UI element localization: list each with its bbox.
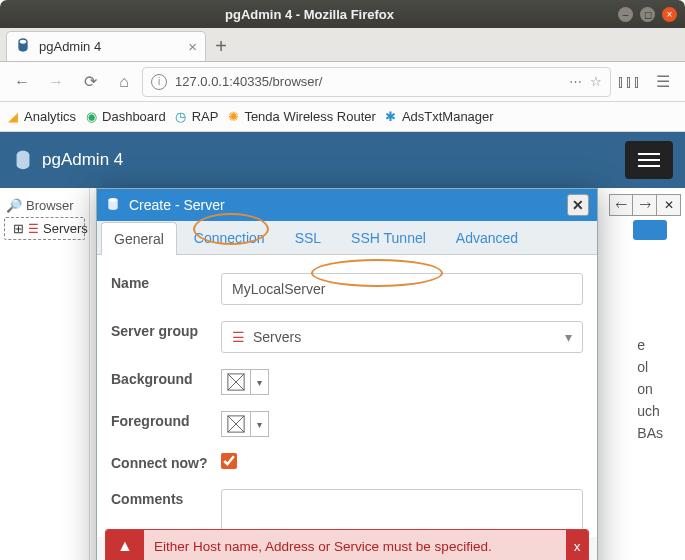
no-color-icon [227, 415, 245, 433]
tab-ssl[interactable]: SSL [282, 221, 334, 254]
alert-close-button[interactable]: x [566, 530, 588, 560]
dashboard-icon: ◉ [84, 110, 98, 124]
background-text-fragment: e ol on uch BAs [637, 334, 663, 444]
validation-alert: ▲ Either Host name, Address or Service m… [105, 529, 589, 560]
nav-reload-button[interactable]: ⟳ [74, 67, 106, 97]
label-name: Name [111, 273, 221, 293]
label-connect-now: Connect now? [111, 453, 221, 473]
bookmark-analytics[interactable]: ◢Analytics [6, 109, 76, 124]
window-minimize-button[interactable]: – [618, 7, 633, 22]
tab-connection[interactable]: Connection [181, 221, 278, 254]
tab-close-icon[interactable]: × [188, 38, 197, 55]
browser-tab-strip: pgAdmin 4 × + [0, 28, 685, 62]
browser-toolbar: ← → ⟳ ⌂ i 127.0.0.1:40335/browser/ ⋯ ☆ ⫿… [0, 62, 685, 102]
rap-icon: ◷ [174, 110, 188, 124]
panel-close-button[interactable]: ✕ [657, 194, 681, 216]
create-server-dialog: Create - Server ✕ General Connection SSL… [96, 188, 598, 560]
connect-now-checkbox[interactable] [221, 453, 237, 469]
servers-icon: ☰ [28, 222, 39, 236]
label-foreground: Foreground [111, 411, 221, 431]
svg-point-0 [108, 198, 117, 202]
bookmark-dashboard[interactable]: ◉Dashboard [84, 109, 166, 124]
database-icon [105, 196, 121, 215]
background-color-caret[interactable]: ▾ [251, 369, 269, 395]
pgadmin-favicon-icon [15, 37, 31, 56]
dialog-header[interactable]: Create - Server ✕ [97, 189, 597, 221]
window-maximize-button[interactable]: ◻ [640, 7, 655, 22]
label-comments: Comments [111, 489, 221, 509]
browser-panel-header: 🔎 Browser [4, 194, 85, 217]
browser-tab[interactable]: pgAdmin 4 × [6, 31, 206, 61]
pgadmin-menu-button[interactable] [625, 141, 673, 179]
window-title: pgAdmin 4 - Mozilla Firefox [225, 7, 394, 22]
address-bar[interactable]: i 127.0.0.1:40335/browser/ ⋯ ☆ [142, 67, 611, 97]
browser-tab-title: pgAdmin 4 [39, 39, 101, 54]
name-input[interactable] [221, 273, 583, 305]
background-color-picker[interactable] [221, 369, 251, 395]
address-url: 127.0.0.1:40335/browser/ [175, 74, 322, 89]
tab-advanced[interactable]: Advanced [443, 221, 531, 254]
bookmarks-bar: ◢Analytics ◉Dashboard ◷RAP ✺Tenda Wirele… [0, 102, 685, 132]
warning-icon: ▲ [106, 530, 144, 560]
panel-next-button[interactable]: 🡒 [633, 194, 657, 216]
tree-expand-icon[interactable]: ⊞ [13, 221, 24, 236]
dialog-body: Name Server group ☰ Servers Background [97, 255, 597, 537]
window-titlebar: pgAdmin 4 - Mozilla Firefox – ◻ × [0, 0, 685, 28]
new-tab-button[interactable]: + [206, 31, 236, 61]
foreground-color-caret[interactable]: ▾ [251, 411, 269, 437]
site-info-icon[interactable]: i [151, 74, 167, 90]
browser-menu-button[interactable]: ☰ [647, 67, 679, 97]
pgadmin-body: 🔎 Browser ⊞ ☰ Servers 🡐 🡒 ✕ e ol on uch … [0, 188, 685, 560]
pgadmin-sidebar: 🔎 Browser ⊞ ☰ Servers [0, 188, 90, 560]
tree-servers-node[interactable]: ⊞ ☰ Servers [4, 217, 85, 240]
pgadmin-header: pgAdmin 4 [0, 132, 685, 188]
panel-tab-stub[interactable] [633, 220, 667, 240]
dialog-tabs: General Connection SSL SSH Tunnel Advanc… [97, 221, 597, 255]
nav-back-button[interactable]: ← [6, 67, 38, 97]
alert-message: Either Host name, Address or Service mus… [154, 539, 492, 554]
binoculars-icon: 🔎 [6, 198, 22, 213]
label-server-group: Server group [111, 321, 221, 341]
nav-forward-button[interactable]: → [40, 67, 72, 97]
bookmark-adstxt[interactable]: ✱AdsTxtManager [384, 109, 494, 124]
library-button[interactable]: ⫿⫿⫿ [613, 67, 645, 97]
nav-home-button[interactable]: ⌂ [108, 67, 140, 97]
bookmark-tenda[interactable]: ✺Tenda Wireless Router [226, 109, 376, 124]
pgadmin-app-name: pgAdmin 4 [42, 150, 123, 170]
tab-general[interactable]: General [101, 222, 177, 255]
no-color-icon [227, 373, 245, 391]
dialog-title: Create - Server [129, 197, 225, 213]
star-icon[interactable]: ☆ [590, 74, 602, 89]
server-group-select[interactable]: ☰ Servers [221, 321, 583, 353]
label-background: Background [111, 369, 221, 389]
foreground-color-picker[interactable] [221, 411, 251, 437]
window-close-button[interactable]: × [662, 7, 677, 22]
dialog-close-button[interactable]: ✕ [567, 194, 589, 216]
analytics-icon: ◢ [6, 110, 20, 124]
adstxt-icon: ✱ [384, 110, 398, 124]
elephant-icon [12, 149, 34, 171]
pgadmin-logo[interactable]: pgAdmin 4 [12, 149, 123, 171]
panel-prev-button[interactable]: 🡐 [609, 194, 633, 216]
bookmark-rap[interactable]: ◷RAP [174, 109, 219, 124]
tab-ssh-tunnel[interactable]: SSH Tunnel [338, 221, 439, 254]
servers-icon: ☰ [232, 329, 245, 345]
panel-tab-controls: 🡐 🡒 ✕ [609, 194, 681, 216]
tenda-icon: ✺ [226, 110, 240, 124]
